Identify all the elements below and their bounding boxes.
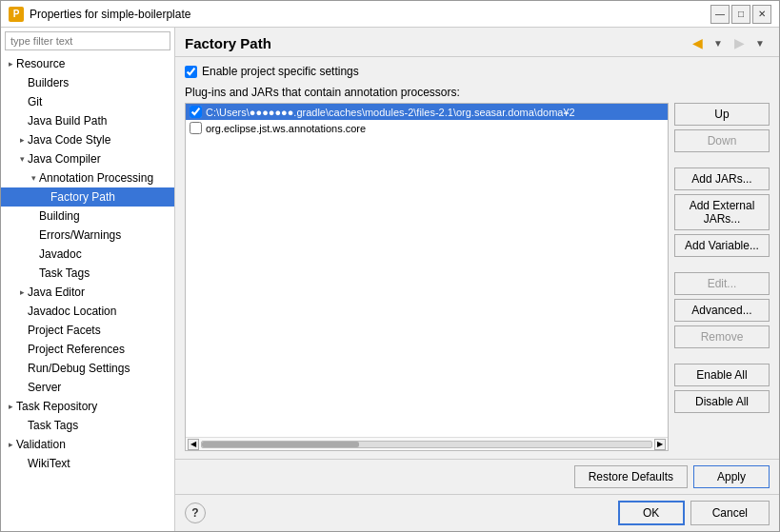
title-bar: P Properties for simple-boilerplate — □ … [1, 1, 779, 28]
sidebar-item-label: WikiText [28, 457, 70, 470]
sidebar-item-java-code-style[interactable]: ▸Java Code Style [1, 130, 174, 149]
sidebar-item-resource[interactable]: ▸Resource [1, 54, 174, 73]
sidebar-item-label: Task Tags [39, 266, 90, 280]
sidebar-item-project-facets[interactable]: Project Facets [1, 321, 174, 340]
content-area: Factory Path ◀ ▼ ▶ ▼ Enable project spec… [175, 28, 779, 531]
sidebar-item-javadoc[interactable]: Javadoc [1, 245, 174, 264]
expand-icon: ▸ [16, 287, 28, 297]
sidebar-item-building[interactable]: Building [1, 207, 174, 226]
main-area: ▸ResourceBuildersGitJava Build Path▸Java… [1, 28, 779, 531]
enable-settings-checkbox[interactable] [185, 66, 197, 78]
add-variable-button[interactable]: Add Variable... [674, 234, 770, 257]
jar-checkbox[interactable] [190, 106, 202, 118]
window-title: Properties for simple-boilerplate [30, 8, 705, 21]
content-body: Enable project specific settings Plug-in… [175, 57, 779, 459]
down-button[interactable]: Down [674, 129, 770, 152]
add-external-jars-button[interactable]: Add External JARs... [674, 194, 770, 230]
sidebar-item-label: Project References [28, 343, 125, 356]
expand-icon: ▾ [28, 173, 39, 183]
apply-button[interactable]: Apply [693, 465, 770, 488]
enable-settings-label: Enable project specific settings [202, 65, 359, 78]
plugins-label: Plug-ins and JARs that contain annotatio… [185, 86, 770, 99]
filter-input[interactable] [5, 31, 170, 50]
action-row: Restore Defaults Apply [175, 460, 779, 495]
sidebar-item-label: Git [28, 95, 42, 108]
nav-dropdown-button[interactable]: ▼ [709, 33, 728, 52]
sidebar-item-label: Project Facets [28, 324, 101, 337]
sidebar-item-label: Javadoc [39, 247, 82, 261]
sidebar-item-annotation-processing[interactable]: ▾Annotation Processing [1, 168, 174, 187]
bottom-area: Restore Defaults Apply ? OK Cancel [175, 459, 779, 531]
sidebar-item-label: Run/Debug Settings [28, 362, 130, 375]
sidebar-item-label: Validation [16, 438, 66, 451]
sidebar-item-label: Server [28, 381, 61, 394]
nav-back-button[interactable]: ◀ [688, 33, 707, 52]
expand-icon: ▾ [16, 154, 28, 164]
expand-icon: ▸ [5, 440, 16, 449]
expand-icon: ▸ [16, 135, 28, 145]
maximize-button[interactable]: □ [731, 5, 750, 24]
sidebar-item-java-compiler[interactable]: ▾Java Compiler [1, 149, 174, 168]
window-controls: — □ ✕ [710, 5, 771, 24]
jar-item-text: org.eclipse.jst.ws.annotations.core [206, 123, 366, 134]
up-button[interactable]: Up [674, 103, 770, 126]
jar-checkbox[interactable] [190, 122, 202, 134]
cancel-button[interactable]: Cancel [690, 501, 770, 525]
sidebar-item-label: Java Code Style [28, 133, 110, 147]
sidebar-item-project-references[interactable]: Project References [1, 340, 174, 359]
nav-buttons: ◀ ▼ ▶ ▼ [688, 33, 770, 52]
close-button[interactable]: ✕ [752, 5, 771, 24]
sidebar-item-label: Task Tags [28, 419, 78, 432]
scroll-left-button[interactable]: ◀ [188, 439, 199, 450]
sidebar-item-java-build-path[interactable]: Java Build Path [1, 111, 174, 130]
sidebar-item-factory-path[interactable]: Factory Path [1, 187, 174, 207]
help-button[interactable]: ? [185, 502, 206, 523]
minimize-button[interactable]: — [710, 5, 730, 24]
sidebar-item-task-tags[interactable]: Task Tags [1, 264, 174, 283]
expand-icon: ▸ [5, 402, 16, 411]
sidebar-item-validation[interactable]: ▸Validation [1, 435, 174, 454]
advanced-button[interactable]: Advanced... [674, 299, 770, 322]
page-title: Factory Path [185, 35, 688, 51]
nav-menu-button[interactable]: ▼ [750, 33, 770, 52]
sidebar-item-label: Builders [28, 76, 69, 89]
sidebar-item-wikitext[interactable]: WikiText [1, 454, 174, 473]
sidebar-item-task-tags2[interactable]: Task Tags [1, 416, 174, 435]
sidebar-item-errors-warnings[interactable]: Errors/Warnings [1, 226, 174, 245]
sidebar-item-label: Javadoc Location [28, 305, 116, 318]
remove-button[interactable]: Remove [674, 325, 770, 348]
properties-dialog: P Properties for simple-boilerplate — □ … [0, 0, 780, 532]
nav-forward-button[interactable]: ▶ [730, 33, 749, 52]
sidebar-item-task-repository[interactable]: ▸Task Repository [1, 397, 174, 416]
sidebar-item-git[interactable]: Git [1, 92, 174, 111]
add-jars-button[interactable]: Add JARs... [674, 167, 770, 190]
sidebar-item-label: Task Repository [16, 400, 97, 413]
restore-defaults-button[interactable]: Restore Defaults [574, 465, 688, 488]
content-header: Factory Path ◀ ▼ ▶ ▼ [175, 28, 779, 57]
window-icon: P [9, 7, 24, 22]
jar-list-item[interactable]: org.eclipse.jst.ws.annotations.core [186, 120, 668, 136]
ok-button[interactable]: OK [618, 501, 685, 525]
disable-all-button[interactable]: Disable All [674, 390, 770, 413]
sidebar-item-run-debug-settings[interactable]: Run/Debug Settings [1, 359, 174, 378]
sidebar-item-label: Building [39, 209, 80, 223]
enable-settings-row: Enable project specific settings [185, 65, 770, 78]
sidebar-item-label: Java Editor [28, 286, 85, 299]
edit-button[interactable]: Edit... [674, 272, 770, 295]
sidebar-item-label: Factory Path [50, 190, 115, 204]
expand-icon: ▸ [5, 59, 16, 69]
jar-list-item[interactable]: C:\Users\●●●●●●●.gradle\caches\modules-2… [186, 104, 668, 120]
enable-all-button[interactable]: Enable All [674, 364, 770, 386]
dialog-buttons: ? OK Cancel [175, 495, 779, 531]
sidebar-item-server[interactable]: Server [1, 378, 174, 397]
side-buttons: Up Down Add JARs... Add External JARs...… [674, 103, 770, 451]
scroll-right-button[interactable]: ▶ [654, 439, 666, 450]
jar-list: C:\Users\●●●●●●●.gradle\caches\modules-2… [186, 104, 668, 437]
sidebar-item-javadoc-location[interactable]: Javadoc Location [1, 302, 174, 321]
sidebar-item-java-editor[interactable]: ▸Java Editor [1, 283, 174, 302]
sidebar-item-label: Resource [16, 57, 65, 70]
sidebar-item-label: Java Build Path [28, 114, 107, 128]
dialog-btn-group: OK Cancel [618, 501, 770, 525]
sidebar-item-label: Java Compiler [28, 152, 101, 166]
sidebar-item-builders[interactable]: Builders [1, 73, 174, 92]
